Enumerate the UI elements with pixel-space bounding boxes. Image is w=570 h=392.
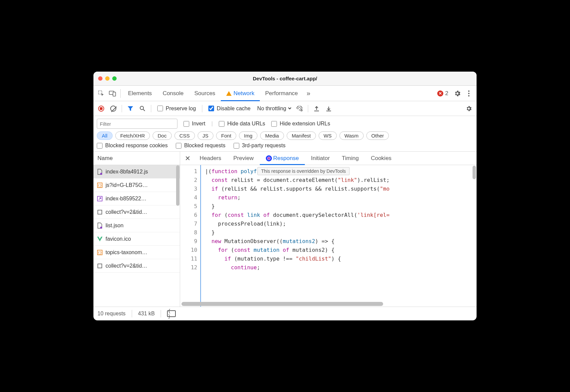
file-type-icon bbox=[97, 236, 103, 242]
preserve-log-label: Preserve log bbox=[166, 106, 196, 112]
request-name: list.json bbox=[106, 223, 123, 229]
override-tooltip: This response is overridden by DevTools bbox=[257, 167, 350, 175]
detail-subtabs: ✕ HeadersPreviewResponseInitiatorTimingC… bbox=[180, 152, 477, 165]
request-list-header: Name bbox=[93, 152, 180, 165]
svg-text:{}: {} bbox=[98, 184, 102, 187]
settings-gear-icon[interactable] bbox=[452, 88, 463, 99]
main-tab-performance[interactable]: Performance bbox=[260, 86, 303, 101]
file-type-icon: {} bbox=[97, 249, 103, 256]
main-tab-network[interactable]: Network bbox=[221, 86, 260, 101]
separator bbox=[120, 89, 121, 98]
main-tab-elements[interactable]: Elements bbox=[123, 86, 157, 101]
request-row[interactable]: collect?v=2&tid… bbox=[93, 205, 180, 219]
search-icon[interactable] bbox=[137, 104, 148, 114]
horizontal-scrollbar[interactable] bbox=[181, 302, 383, 306]
request-row[interactable]: index-b859522… bbox=[93, 192, 180, 205]
titlebar: DevTools - coffee-cart.app/ bbox=[93, 72, 477, 86]
filter-toggle-icon[interactable] bbox=[125, 104, 135, 114]
request-count: 10 requests bbox=[97, 311, 126, 317]
request-row[interactable]: collect?v=2&tid… bbox=[93, 259, 180, 273]
separator bbox=[308, 105, 308, 112]
svg-point-12 bbox=[100, 173, 102, 175]
scrollbar[interactable] bbox=[176, 165, 179, 206]
disable-cache-checkbox[interactable]: Disable cache bbox=[208, 106, 251, 112]
request-row[interactable]: index-8bfa4912.js bbox=[93, 165, 180, 179]
request-name: index-b859522… bbox=[106, 196, 147, 202]
type-chip-img[interactable]: Img bbox=[239, 131, 257, 140]
request-row[interactable]: list.json bbox=[93, 219, 180, 232]
type-chip-doc[interactable]: Doc bbox=[153, 131, 172, 140]
window-title: DevTools - coffee-cart.app/ bbox=[93, 76, 477, 81]
type-chip-js[interactable]: JS bbox=[198, 131, 214, 140]
detail-tab-preview[interactable]: Preview bbox=[227, 152, 259, 165]
type-chip-wasm[interactable]: Wasm bbox=[339, 131, 364, 140]
kebab-menu-icon[interactable] bbox=[463, 88, 475, 99]
file-type-icon bbox=[97, 169, 103, 175]
type-chip-media[interactable]: Media bbox=[260, 131, 284, 140]
devtools-window: DevTools - coffee-cart.app/ ElementsCons… bbox=[93, 72, 477, 320]
blocked-cookies-checkbox[interactable]: Blocked response cookies bbox=[97, 143, 168, 149]
detail-pane: ✕ HeadersPreviewResponseInitiatorTimingC… bbox=[180, 152, 477, 307]
warning-icon bbox=[226, 91, 232, 96]
invert-checkbox[interactable]: Invert bbox=[184, 121, 205, 127]
detail-tab-cookies[interactable]: Cookies bbox=[365, 152, 397, 165]
filter-bar: Invert | Hide data URLs Hide extension U… bbox=[93, 116, 477, 152]
preserve-log-checkbox[interactable]: Preserve log bbox=[157, 106, 196, 112]
close-detail-icon[interactable]: ✕ bbox=[181, 152, 194, 164]
svg-point-5 bbox=[468, 95, 470, 96]
pretty-print-icon[interactable]: { } bbox=[167, 310, 176, 317]
hide-data-urls-checkbox[interactable]: Hide data URLs bbox=[219, 121, 265, 127]
content-split: Name index-8bfa4912.js{}js?id=G-LB75G…in… bbox=[93, 152, 477, 307]
error-count[interactable]: ✕ 2 bbox=[434, 90, 452, 97]
type-chip-css[interactable]: CSS bbox=[174, 131, 195, 140]
request-row[interactable]: {}js?id=G-LB75G… bbox=[93, 179, 180, 192]
svg-rect-20 bbox=[98, 264, 102, 268]
type-chip-other[interactable]: Other bbox=[366, 131, 389, 140]
separator bbox=[122, 105, 122, 112]
upload-har-icon[interactable] bbox=[312, 104, 322, 114]
line-number: 2 bbox=[180, 176, 197, 185]
device-toolbar-icon[interactable] bbox=[107, 88, 118, 99]
request-row[interactable]: favicon.ico bbox=[93, 232, 180, 246]
close-window-button[interactable] bbox=[98, 76, 103, 81]
hide-extension-urls-checkbox[interactable]: Hide extension URLs bbox=[271, 121, 330, 127]
network-settings-gear-icon[interactable] bbox=[464, 104, 474, 114]
blocked-requests-checkbox[interactable]: Blocked requests bbox=[176, 143, 226, 149]
download-har-icon[interactable] bbox=[324, 104, 334, 114]
detail-tab-initiator[interactable]: Initiator bbox=[305, 152, 336, 165]
detail-tab-response[interactable]: Response bbox=[260, 152, 305, 165]
main-tab-console[interactable]: Console bbox=[157, 86, 189, 101]
svg-text:{}: {} bbox=[98, 251, 102, 254]
line-gutter: 123456789101112 bbox=[180, 165, 200, 307]
file-type-icon bbox=[97, 223, 103, 229]
main-tab-sources[interactable]: Sources bbox=[189, 86, 220, 101]
line-number: 9 bbox=[180, 237, 197, 246]
type-chip-ws[interactable]: WS bbox=[319, 131, 337, 140]
detail-tab-headers[interactable]: Headers bbox=[194, 152, 227, 165]
detail-tab-timing[interactable]: Timing bbox=[336, 152, 365, 165]
clear-button[interactable] bbox=[108, 104, 118, 114]
svg-point-8 bbox=[299, 109, 300, 110]
request-name: topics-taxonom… bbox=[106, 249, 148, 256]
code-body[interactable]: |(function polyfil const relList = docum… bbox=[200, 165, 477, 307]
inspect-element-icon[interactable] bbox=[95, 88, 107, 99]
network-conditions-icon[interactable] bbox=[294, 104, 304, 114]
more-tabs-chevron-icon[interactable]: » bbox=[303, 89, 314, 97]
record-button[interactable] bbox=[96, 104, 106, 114]
type-chip-font[interactable]: Font bbox=[216, 131, 236, 140]
third-party-checkbox[interactable]: 3rd-party requests bbox=[234, 143, 286, 149]
filter-input[interactable] bbox=[97, 119, 177, 129]
request-row[interactable]: {}topics-taxonom… bbox=[93, 246, 180, 259]
zoom-window-button[interactable] bbox=[112, 76, 117, 81]
type-chip-manifest[interactable]: Manifest bbox=[287, 131, 316, 140]
line-number: 6 bbox=[180, 211, 197, 220]
minimize-window-button[interactable] bbox=[105, 76, 110, 81]
throttling-select[interactable]: No throttling bbox=[255, 105, 292, 112]
type-chip-fetchxhr[interactable]: Fetch/XHR bbox=[115, 131, 150, 140]
line-number: 4 bbox=[180, 193, 197, 202]
type-chip-all[interactable]: All bbox=[97, 131, 113, 140]
line-number: 1 bbox=[180, 167, 197, 176]
vertical-scrollbar[interactable] bbox=[473, 166, 476, 179]
file-type-icon bbox=[97, 196, 103, 202]
request-name: index-8bfa4912.js bbox=[106, 169, 148, 175]
